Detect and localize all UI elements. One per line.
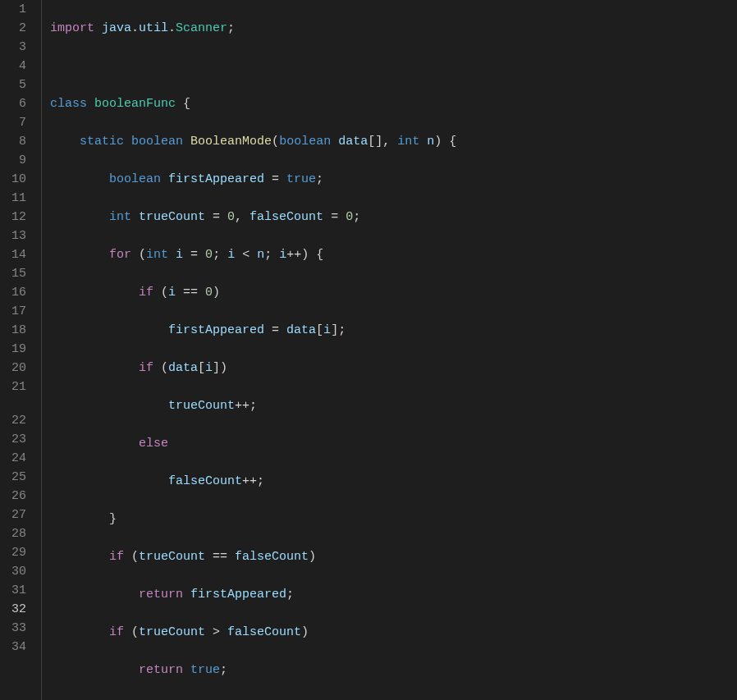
- code-line[interactable]: int trueCount = 0, falseCount = 0;: [50, 208, 737, 226]
- line-number: [0, 396, 26, 411]
- code-line[interactable]: falseCount++;: [50, 472, 737, 491]
- line-number: 25: [0, 468, 26, 487]
- line-number: 8: [0, 132, 26, 151]
- line-number: 7: [0, 113, 26, 132]
- code-line[interactable]: else: [50, 434, 737, 453]
- code-line[interactable]: for (int i = 0; i < n; i++) {: [50, 245, 737, 264]
- code-line[interactable]: return firstAppeared;: [50, 585, 737, 604]
- code-editor[interactable]: 1 2 3 4 5 6 7 8 9 10 11 12 13 14 15 16 1…: [0, 0, 737, 700]
- line-number: 30: [0, 562, 26, 581]
- line-number: 18: [0, 321, 26, 340]
- code-line[interactable]: if (trueCount > falseCount): [50, 623, 737, 642]
- line-number: 1: [0, 0, 26, 19]
- line-number: 9: [0, 151, 26, 170]
- code-line[interactable]: [50, 57, 737, 75]
- line-number: 24: [0, 449, 26, 468]
- code-line[interactable]: trueCount++;: [50, 396, 737, 415]
- line-number: 33: [0, 619, 26, 638]
- line-number: 28: [0, 524, 26, 543]
- line-number: 16: [0, 283, 26, 302]
- line-number-gutter: 1 2 3 4 5 6 7 8 9 10 11 12 13 14 15 16 1…: [0, 0, 41, 700]
- line-number: 10: [0, 170, 26, 189]
- code-line[interactable]: static boolean BooleanMode(boolean data[…: [50, 132, 737, 151]
- line-number: 5: [0, 75, 26, 94]
- line-number: 6: [0, 94, 26, 113]
- code-line[interactable]: }: [50, 510, 737, 528]
- line-number: 20: [0, 359, 26, 377]
- line-number: 27: [0, 506, 26, 524]
- code-line[interactable]: class booleanFunc {: [50, 94, 737, 113]
- line-number: 34: [0, 638, 26, 657]
- code-line[interactable]: firstAppeared = data[i];: [50, 321, 737, 340]
- code-line[interactable]: boolean firstAppeared = true;: [50, 170, 737, 189]
- code-line[interactable]: return true;: [50, 661, 737, 679]
- line-number: 19: [0, 340, 26, 359]
- line-number: 23: [0, 430, 26, 449]
- line-number: 32: [0, 600, 26, 619]
- line-number: 17: [0, 302, 26, 321]
- line-number: 2: [0, 19, 26, 38]
- code-line[interactable]: if (i == 0): [50, 283, 737, 302]
- code-line[interactable]: if (data[i]): [50, 359, 737, 377]
- line-number: 12: [0, 208, 26, 226]
- line-number: 29: [0, 543, 26, 562]
- code-line[interactable]: if (trueCount == falseCount): [50, 547, 737, 566]
- line-number: 15: [0, 264, 26, 283]
- line-number: 3: [0, 38, 26, 57]
- code-area[interactable]: import java.util.Scanner; class booleanF…: [41, 0, 737, 700]
- line-number: 31: [0, 581, 26, 600]
- code-line[interactable]: import java.util.Scanner;: [50, 19, 737, 38]
- line-number: 14: [0, 245, 26, 264]
- line-number: 11: [0, 189, 26, 208]
- line-number: 26: [0, 487, 26, 506]
- line-number: 4: [0, 57, 26, 75]
- line-number: 13: [0, 226, 26, 245]
- line-number: 21: [0, 377, 26, 396]
- line-number: 22: [0, 411, 26, 430]
